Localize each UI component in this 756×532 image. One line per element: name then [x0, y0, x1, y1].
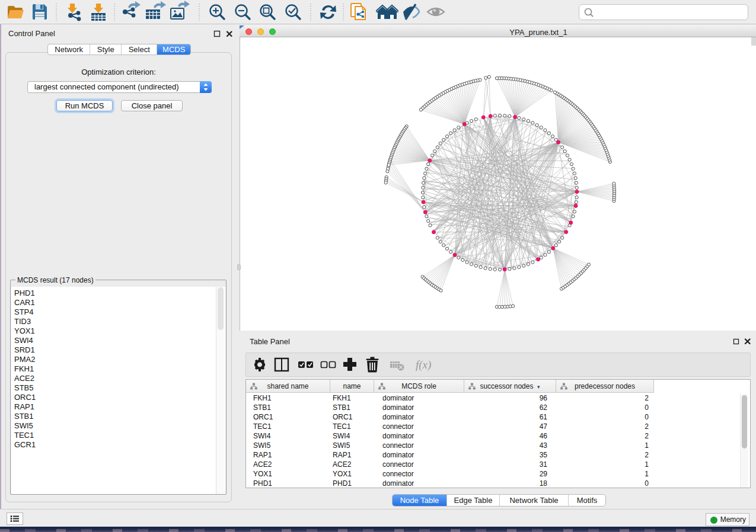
- svg-text:f(x): f(x): [416, 358, 431, 371]
